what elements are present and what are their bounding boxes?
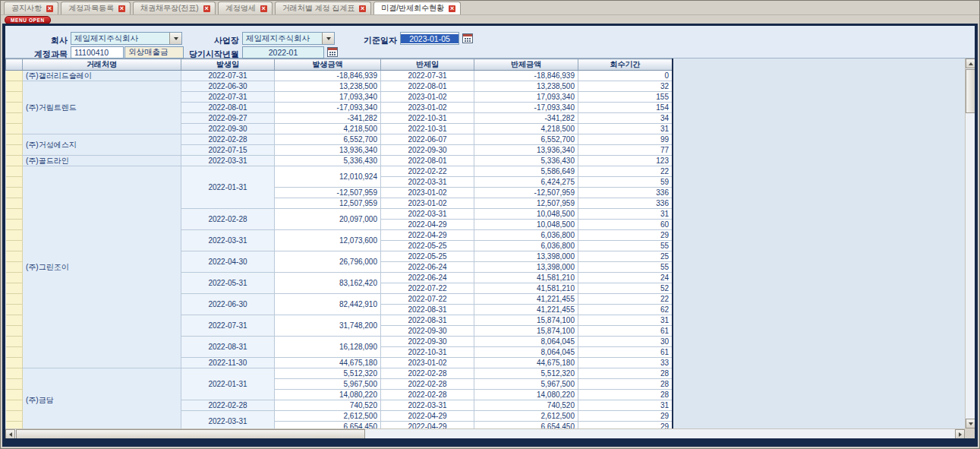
- row-indicator-cell[interactable]: [6, 92, 23, 103]
- row-indicator-cell[interactable]: [6, 251, 23, 262]
- issue-date-cell[interactable]: 2022-07-31: [181, 92, 275, 103]
- issue-amount-cell[interactable]: 6,552,700: [275, 134, 381, 145]
- collection-days-cell[interactable]: 123: [578, 156, 673, 166]
- calendar-icon[interactable]: [462, 33, 473, 43]
- issue-date-cell[interactable]: 2022-06-30: [181, 81, 275, 92]
- settle-date-cell[interactable]: 2022-02-22: [381, 166, 474, 177]
- settle-amount-cell[interactable]: 15,874,100: [474, 315, 578, 326]
- calendar-icon[interactable]: [327, 47, 338, 57]
- settle-date-cell[interactable]: 2022-07-31: [381, 71, 474, 81]
- row-indicator-cell[interactable]: [6, 368, 23, 379]
- row-indicator-cell[interactable]: [6, 103, 23, 113]
- tab-close-icon[interactable]: ×: [359, 5, 366, 12]
- account-code-input[interactable]: 11100410: [71, 46, 124, 58]
- settle-amount-cell[interactable]: 10,048,500: [474, 209, 578, 220]
- settle-amount-cell[interactable]: 14,080,220: [474, 390, 578, 400]
- horizontal-scroll-thumb[interactable]: [16, 429, 365, 438]
- collection-days-cell[interactable]: 0: [578, 71, 673, 81]
- issue-amount-cell[interactable]: 4,218,500: [275, 124, 381, 134]
- collection-days-cell[interactable]: 55: [578, 241, 673, 251]
- collection-days-cell[interactable]: 77: [578, 145, 673, 156]
- tab-1[interactable]: 공지사항×: [4, 2, 58, 14]
- issue-date-cell[interactable]: 2022-07-15: [181, 145, 275, 156]
- horizontal-scrollbar[interactable]: [5, 428, 965, 438]
- issue-date-cell[interactable]: 2022-07-31: [181, 315, 275, 337]
- settle-amount-cell[interactable]: 2,612,500: [474, 411, 578, 422]
- customer-cell[interactable]: (주)그린조이: [23, 166, 181, 368]
- collection-days-cell[interactable]: 31: [578, 209, 673, 220]
- row-indicator-cell[interactable]: [6, 124, 23, 134]
- settle-amount-cell[interactable]: 6,654,450: [474, 422, 578, 429]
- settle-amount-cell[interactable]: 15,874,100: [474, 326, 578, 337]
- collection-days-cell[interactable]: 22: [578, 166, 673, 177]
- row-indicator-cell[interactable]: [6, 273, 23, 283]
- settle-amount-cell[interactable]: 6,424,275: [474, 177, 578, 188]
- row-indicator-cell[interactable]: [6, 347, 23, 358]
- issue-amount-cell[interactable]: 12,507,959: [275, 198, 381, 209]
- settle-amount-cell[interactable]: 41,221,455: [474, 305, 578, 315]
- settle-amount-cell[interactable]: -341,282: [474, 113, 578, 124]
- row-indicator-cell[interactable]: [6, 113, 23, 124]
- settle-amount-cell[interactable]: 5,586,649: [474, 166, 578, 177]
- issue-amount-cell[interactable]: -17,093,340: [275, 103, 381, 113]
- settle-date-cell[interactable]: 2022-07-22: [381, 283, 474, 294]
- settle-amount-cell[interactable]: 41,221,455: [474, 294, 578, 305]
- scroll-down-button[interactable]: [966, 419, 975, 428]
- customer-cell[interactable]: (주)거성에스지: [23, 134, 181, 156]
- settle-amount-cell[interactable]: 5,512,320: [474, 368, 578, 379]
- row-indicator-cell[interactable]: [6, 315, 23, 326]
- row-indicator-cell[interactable]: [6, 379, 23, 390]
- collection-days-cell[interactable]: 99: [578, 134, 673, 145]
- issue-date-cell[interactable]: 2022-04-30: [181, 251, 275, 273]
- issue-amount-cell[interactable]: -341,282: [275, 113, 381, 124]
- collection-days-cell[interactable]: 28: [578, 379, 673, 390]
- issue-date-cell[interactable]: 2022-09-30: [181, 124, 275, 134]
- settle-amount-cell[interactable]: -18,846,939: [474, 71, 578, 81]
- issue-amount-cell[interactable]: 13,238,500: [275, 81, 381, 92]
- collection-days-cell[interactable]: 33: [578, 358, 673, 368]
- issue-amount-cell[interactable]: 12,073,600: [275, 230, 381, 251]
- issue-amount-cell[interactable]: 6,654,450: [275, 422, 381, 429]
- settle-date-cell[interactable]: 2022-06-24: [381, 273, 474, 283]
- settle-date-cell[interactable]: 2022-05-25: [381, 241, 474, 251]
- collection-days-cell[interactable]: 28: [578, 368, 673, 379]
- collection-days-cell[interactable]: 28: [578, 390, 673, 400]
- settle-amount-cell[interactable]: 13,398,000: [474, 251, 578, 262]
- issue-date-cell[interactable]: 2022-09-27: [181, 113, 275, 124]
- settle-amount-cell[interactable]: 6,552,700: [474, 134, 578, 145]
- issue-date-cell[interactable]: 2022-03-31: [181, 411, 275, 429]
- settle-amount-cell[interactable]: 6,036,800: [474, 241, 578, 251]
- issue-amount-cell[interactable]: 17,093,340: [275, 92, 381, 103]
- issue-date-cell[interactable]: 2022-08-01: [181, 103, 275, 113]
- issue-date-cell[interactable]: 2022-01-31: [181, 368, 275, 400]
- collection-days-cell[interactable]: 52: [578, 283, 673, 294]
- row-indicator-cell[interactable]: [6, 220, 23, 230]
- tab-3[interactable]: 채권채무장(전표)×: [133, 2, 216, 14]
- base-date-input[interactable]: 2023-01-05: [400, 32, 459, 45]
- issue-amount-cell[interactable]: -18,846,939: [275, 71, 381, 81]
- settle-date-cell[interactable]: 2022-07-22: [381, 294, 474, 305]
- settle-date-cell[interactable]: 2022-10-31: [381, 113, 474, 124]
- company-select[interactable]: 제일제지주식회사: [71, 32, 182, 45]
- settle-amount-cell[interactable]: 13,398,000: [474, 262, 578, 273]
- tab-2[interactable]: 계정과목등록×: [61, 2, 131, 14]
- settle-date-cell[interactable]: 2022-03-31: [381, 177, 474, 188]
- issue-amount-cell[interactable]: 740,520: [275, 400, 381, 411]
- collection-days-cell[interactable]: 336: [578, 188, 673, 198]
- collection-days-cell[interactable]: 336: [578, 198, 673, 209]
- collection-days-cell[interactable]: 34: [578, 113, 673, 124]
- collection-days-cell[interactable]: 25: [578, 251, 673, 262]
- issue-amount-cell[interactable]: 31,748,200: [275, 315, 381, 337]
- collection-days-cell[interactable]: 155: [578, 92, 673, 103]
- issue-date-cell[interactable]: 2022-02-28: [181, 400, 275, 411]
- settle-amount-cell[interactable]: 13,936,340: [474, 145, 578, 156]
- settle-amount-cell[interactable]: 41,581,210: [474, 283, 578, 294]
- collection-days-cell[interactable]: 154: [578, 103, 673, 113]
- settle-amount-cell[interactable]: 740,520: [474, 400, 578, 411]
- collection-days-cell[interactable]: 22: [578, 294, 673, 305]
- settle-date-cell[interactable]: 2022-02-28: [381, 368, 474, 379]
- company-dropdown-button[interactable]: [169, 33, 181, 44]
- collection-days-cell[interactable]: 30: [578, 337, 673, 347]
- tab-4[interactable]: 계정명세×: [218, 2, 273, 14]
- settle-amount-cell[interactable]: 41,581,210: [474, 273, 578, 283]
